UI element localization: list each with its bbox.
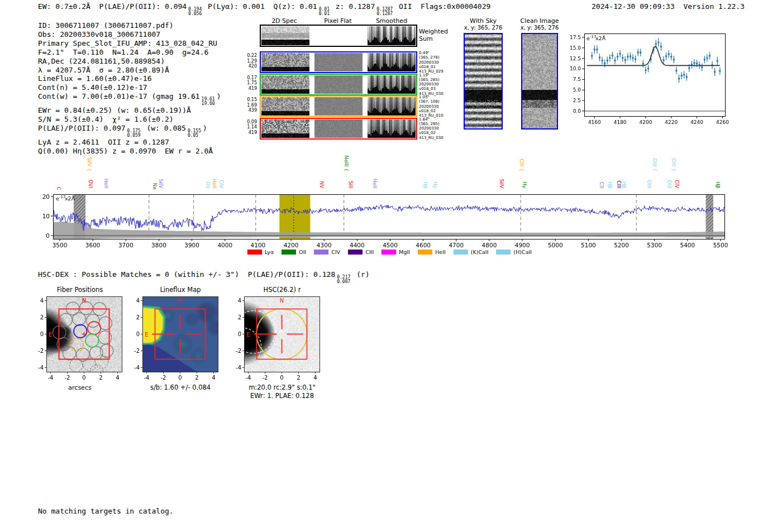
text-segment: P(Lyα): 0.001 Q(z): 0.01 xyxy=(203,2,317,11)
legend-label: Lyα xyxy=(265,249,274,255)
fiber-positions-xlabel: arcsecs xyxy=(27,384,133,391)
info-line: EWr = 0.84(±0.25) (w: 0.65(±0.19))Å xyxy=(38,106,221,115)
stacked-fraction: 0.1550.05 xyxy=(188,129,201,138)
fraction-lower: 0.059 xyxy=(127,133,141,138)
row-weight-value: 1.14 xyxy=(237,124,257,130)
emission-line-label: NeIII { xyxy=(343,155,349,171)
text-segment: P(LAE)/P(OII): 0.097 xyxy=(38,124,126,132)
weighted-2dspec-image xyxy=(261,26,309,45)
legend-swatch xyxy=(496,250,511,255)
spec2d-cell-smoothed xyxy=(368,119,416,138)
emission-line-label: SiIV { xyxy=(86,157,92,171)
text-segment: HSC-DEX : Possible Matches = 0 (within +… xyxy=(38,270,335,279)
text-segment: ID: 3006711007 (3006711007.pdf) xyxy=(38,21,174,30)
info-line: Cont(w) = 7.00(±0.01)e-17 (gmag 19.6119.… xyxy=(38,92,221,106)
spec2d-row-right-labels: 1.05"(367, 108)20200330v018_02413_RU_010 xyxy=(419,95,458,118)
row-meta-value: v018_02 xyxy=(419,131,458,135)
legend-label: (K)CaII xyxy=(471,249,489,255)
row-weight-value: 0.09 xyxy=(237,119,257,125)
emission-line-label: OIII { xyxy=(651,158,657,171)
stacked-fraction: 0.2170.087 xyxy=(337,275,350,284)
row-meta-value: 20200330 xyxy=(419,126,458,131)
text-segment: OII Flags:0x00004029 xyxy=(394,2,490,11)
legend-item: MgII xyxy=(382,249,410,255)
row-meta-value: 20200330 xyxy=(419,60,458,65)
fiber-positions-plot xyxy=(34,293,126,383)
info-line: F=2.1" T=0.110 N=1.24 A=0.90 g=24.6 xyxy=(38,48,221,57)
row-weight-value: 0.22 xyxy=(237,53,257,59)
header-version: Version 1.22.3 xyxy=(683,2,745,11)
spec2d-row-left-labels: 0.151.69439 xyxy=(237,97,257,113)
text-segment: Primary Spec_Slot_IFU_AMP: 413_028_042_R… xyxy=(38,39,217,47)
legend-item: CIV xyxy=(314,249,340,255)
spec2d-cell-2dspec xyxy=(261,97,309,116)
text-segment: ) xyxy=(217,92,221,100)
stacked-fraction: 19.6119.60 xyxy=(202,97,215,106)
legend-label: (H)CaII xyxy=(513,249,532,255)
row-weight-value: 419 xyxy=(237,130,257,136)
row-meta-value: 20200330 xyxy=(419,82,458,87)
clean-image-panel xyxy=(521,33,558,130)
row-weight-value: 420 xyxy=(237,64,257,69)
with-sky-image xyxy=(465,34,502,128)
lineflux-caption: s/b: 1.60 +/- 0.084 xyxy=(127,384,233,391)
spec2d-row xyxy=(260,74,417,95)
weighted-sum-label-line1: Weighted xyxy=(419,28,448,35)
row-weight-value: 439 xyxy=(237,108,257,113)
row-weight-value: 1.69 xyxy=(237,103,257,108)
with-sky-header: With Sky x, y: 365, 276 xyxy=(458,17,508,31)
hsc-dex-summary: HSC-DEX : Possible Matches = 0 (within +… xyxy=(38,270,370,284)
info-line: Obs: 20200330v018_3006711007 xyxy=(38,30,221,39)
text-segment: S/N = 5.3(±0.4) χ² = 1.6(±0.2) xyxy=(38,115,174,123)
header-stats: EW: 0.7±0.2Å P(LAE)/P(OII): 0.0940.1940.… xyxy=(38,2,490,16)
legend-label: MgII xyxy=(399,249,410,255)
spec2d-cell-smoothed xyxy=(368,75,416,94)
footer-line1: No matching targets in catalog. xyxy=(38,507,174,516)
legend-swatch xyxy=(247,250,262,255)
header-datetime: 2024-12-30 09:09:33 xyxy=(592,2,675,11)
spec2d-cell-2dspec xyxy=(261,53,309,71)
text-segment: LineFlux = 1.60(±0.47)e-16 xyxy=(38,74,152,83)
spec2d-cell-2dspec xyxy=(261,75,309,94)
spec2d-row xyxy=(260,118,417,140)
row-meta-value: 20200330 xyxy=(419,104,458,109)
spec2d-row-left-labels: 0.221.29420 xyxy=(237,53,257,69)
info-line: Cont(n) = 5.40(±0.12)e-17 xyxy=(38,83,221,92)
legend-item: (K)CaII xyxy=(454,249,489,255)
row-weight-value: 1.75 xyxy=(237,80,257,86)
fraction-lower: 0.087 xyxy=(337,280,350,284)
spec2d-cell-2dspec xyxy=(261,119,309,138)
row-meta-value: 1.19" xyxy=(419,73,458,78)
spec2d-weighted-row xyxy=(260,25,417,47)
text-segment: (r) xyxy=(352,270,369,279)
hsc-caption-2: EWr: 1. PLAE: 0.128 xyxy=(229,392,335,400)
detection-info-block: ID: 3006711007 (3006711007.pdf)Obs: 2020… xyxy=(38,21,221,156)
text-segment: λ = 4207.57Å σ = 2.80(±0.89)Å xyxy=(38,66,169,74)
text-segment: ) xyxy=(203,124,207,132)
legend-swatch xyxy=(454,250,468,255)
legend-label: CIV xyxy=(331,249,340,255)
spec2d-row xyxy=(260,51,417,73)
spec2d-cell-pixelflat xyxy=(314,53,363,71)
fraction-lower: 0.05 xyxy=(188,133,201,138)
legend-item: Lyα xyxy=(247,249,274,255)
info-line: P(LAE)/P(OII): 0.0970.1750.059 (w: 0.085… xyxy=(38,124,221,138)
row-meta-value: v018_01 xyxy=(419,65,458,69)
spec2d-row-left-labels: 0.091.14419 xyxy=(237,119,257,136)
spec2d-row xyxy=(260,95,417,117)
line-fit-plot xyxy=(567,25,735,131)
weighted-pixelflat-image xyxy=(314,26,363,45)
text-segment: EWr = 0.84(±0.25) (w: 0.65(±0.19))Å xyxy=(38,106,191,114)
fraction-lower: 19.60 xyxy=(202,102,215,106)
header-spacer xyxy=(675,2,684,11)
spec2d-row-left-labels: 0.171.75419 xyxy=(237,75,257,92)
spec2d-row-right-labels: 1.64"(365, 285)20200330v018_02413_RU_030 xyxy=(419,117,458,140)
weighted-sum-label-line2: Sum xyxy=(419,35,448,42)
clean-image-coords: x, y: 365, 276 xyxy=(514,25,565,31)
legend-swatch xyxy=(314,250,328,255)
text-segment: EW: 0.7±0.2Å P(LAE)/P(OII): 0.094 xyxy=(38,2,187,11)
fraction-lower: 0.056 xyxy=(188,12,202,16)
info-line: Q(0.00) Hη(3835) z = 0.0970 EW r = 2.0Å xyxy=(38,147,221,156)
info-line: Primary Spec_Slot_IFU_AMP: 413_028_042_R… xyxy=(38,39,221,48)
legend-swatch xyxy=(348,250,363,255)
